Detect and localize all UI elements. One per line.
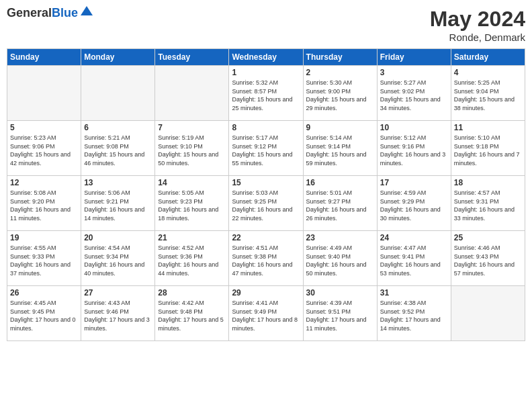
header-saturday: Saturday xyxy=(451,49,525,66)
calendar-day-cell: 26Sunrise: 4:45 AMSunset: 9:45 PMDayligh… xyxy=(7,286,81,341)
calendar-header-row: Sunday Monday Tuesday Wednesday Thursday… xyxy=(7,49,525,66)
day-number: 30 xyxy=(306,288,374,298)
calendar-day-cell: 15Sunrise: 5:03 AMSunset: 9:25 PMDayligh… xyxy=(229,176,303,231)
day-info: Sunrise: 5:05 AMSunset: 9:23 PMDaylight:… xyxy=(158,189,226,222)
header-monday: Monday xyxy=(81,49,155,66)
day-number: 9 xyxy=(306,123,374,132)
day-info: Sunrise: 5:19 AMSunset: 9:10 PMDaylight:… xyxy=(158,134,226,167)
calendar-day-cell xyxy=(155,66,229,121)
day-number: 21 xyxy=(158,233,226,242)
day-info: Sunrise: 5:17 AMSunset: 9:12 PMDaylight:… xyxy=(232,134,300,167)
day-number: 2 xyxy=(306,68,374,77)
day-number: 16 xyxy=(306,178,374,187)
day-info: Sunrise: 4:47 AMSunset: 9:41 PMDaylight:… xyxy=(380,244,448,277)
calendar-day-cell: 28Sunrise: 4:42 AMSunset: 9:48 PMDayligh… xyxy=(155,286,229,341)
calendar-body: 1Sunrise: 5:32 AMSunset: 8:57 PMDaylight… xyxy=(7,66,525,341)
logo-icon xyxy=(79,3,94,18)
day-number: 8 xyxy=(232,123,300,132)
day-info: Sunrise: 5:21 AMSunset: 9:08 PMDaylight:… xyxy=(84,134,152,167)
day-number: 6 xyxy=(84,123,152,132)
day-info: Sunrise: 4:51 AMSunset: 9:38 PMDaylight:… xyxy=(232,244,300,277)
calendar-day-cell: 17Sunrise: 4:59 AMSunset: 9:29 PMDayligh… xyxy=(377,176,451,231)
calendar-day-cell xyxy=(81,66,155,121)
day-number: 23 xyxy=(306,233,374,242)
calendar-day-cell: 21Sunrise: 4:52 AMSunset: 9:36 PMDayligh… xyxy=(155,231,229,286)
calendar-day-cell: 12Sunrise: 5:08 AMSunset: 9:20 PMDayligh… xyxy=(7,176,81,231)
day-number: 15 xyxy=(232,178,300,187)
day-info: Sunrise: 4:38 AMSunset: 9:52 PMDaylight:… xyxy=(380,299,448,332)
day-info: Sunrise: 4:55 AMSunset: 9:33 PMDaylight:… xyxy=(10,244,78,277)
day-info: Sunrise: 5:01 AMSunset: 9:27 PMDaylight:… xyxy=(306,189,374,222)
day-number: 12 xyxy=(10,178,78,187)
day-number: 5 xyxy=(10,123,78,132)
calendar-day-cell: 7Sunrise: 5:19 AMSunset: 9:10 PMDaylight… xyxy=(155,121,229,176)
day-info: Sunrise: 5:06 AMSunset: 9:21 PMDaylight:… xyxy=(84,189,152,222)
day-info: Sunrise: 4:57 AMSunset: 9:31 PMDaylight:… xyxy=(454,189,522,222)
day-number: 11 xyxy=(454,123,522,132)
header-tuesday: Tuesday xyxy=(155,49,229,66)
calendar-day-cell: 4Sunrise: 5:25 AMSunset: 9:04 PMDaylight… xyxy=(451,66,525,121)
calendar-day-cell: 27Sunrise: 4:43 AMSunset: 9:46 PMDayligh… xyxy=(81,286,155,341)
page-header: GeneralBlue May 2024 Ronde, Denmark xyxy=(7,7,525,43)
calendar-day-cell: 16Sunrise: 5:01 AMSunset: 9:27 PMDayligh… xyxy=(303,176,377,231)
day-number: 20 xyxy=(84,233,152,242)
day-info: Sunrise: 4:45 AMSunset: 9:45 PMDaylight:… xyxy=(10,299,78,332)
day-number: 29 xyxy=(232,288,300,298)
day-number: 19 xyxy=(10,233,78,242)
calendar-day-cell xyxy=(451,286,525,341)
calendar-table: Sunday Monday Tuesday Wednesday Thursday… xyxy=(7,48,525,341)
calendar-day-cell: 30Sunrise: 4:39 AMSunset: 9:51 PMDayligh… xyxy=(303,286,377,341)
header-sunday: Sunday xyxy=(7,49,81,66)
day-info: Sunrise: 4:54 AMSunset: 9:34 PMDaylight:… xyxy=(84,244,152,277)
calendar-day-cell: 20Sunrise: 4:54 AMSunset: 9:34 PMDayligh… xyxy=(81,231,155,286)
calendar-week-5: 26Sunrise: 4:45 AMSunset: 9:45 PMDayligh… xyxy=(7,286,525,341)
calendar-day-cell: 1Sunrise: 5:32 AMSunset: 8:57 PMDaylight… xyxy=(229,66,303,121)
header-wednesday: Wednesday xyxy=(229,49,303,66)
calendar-day-cell: 25Sunrise: 4:46 AMSunset: 9:43 PMDayligh… xyxy=(451,231,525,286)
day-number: 26 xyxy=(10,288,78,298)
calendar-day-cell: 10Sunrise: 5:12 AMSunset: 9:16 PMDayligh… xyxy=(377,121,451,176)
logo: GeneralBlue xyxy=(7,7,94,20)
day-number: 13 xyxy=(84,178,152,187)
header-friday: Friday xyxy=(377,49,451,66)
day-number: 1 xyxy=(232,68,300,77)
day-info: Sunrise: 5:08 AMSunset: 9:20 PMDaylight:… xyxy=(10,189,78,222)
day-info: Sunrise: 5:14 AMSunset: 9:14 PMDaylight:… xyxy=(306,134,374,167)
day-number: 7 xyxy=(158,123,226,132)
calendar-day-cell: 2Sunrise: 5:30 AMSunset: 9:00 PMDaylight… xyxy=(303,66,377,121)
day-info: Sunrise: 4:42 AMSunset: 9:48 PMDaylight:… xyxy=(158,299,226,332)
calendar-week-4: 19Sunrise: 4:55 AMSunset: 9:33 PMDayligh… xyxy=(7,231,525,286)
calendar-day-cell: 19Sunrise: 4:55 AMSunset: 9:33 PMDayligh… xyxy=(7,231,81,286)
day-info: Sunrise: 5:10 AMSunset: 9:18 PMDaylight:… xyxy=(454,134,522,167)
day-info: Sunrise: 5:30 AMSunset: 9:00 PMDaylight:… xyxy=(306,79,374,112)
day-info: Sunrise: 5:23 AMSunset: 9:06 PMDaylight:… xyxy=(10,134,78,167)
calendar-day-cell: 29Sunrise: 4:41 AMSunset: 9:49 PMDayligh… xyxy=(229,286,303,341)
day-info: Sunrise: 5:32 AMSunset: 8:57 PMDaylight:… xyxy=(232,79,300,112)
calendar-location: Ronde, Denmark xyxy=(430,32,525,43)
day-number: 14 xyxy=(158,178,226,187)
calendar-day-cell: 9Sunrise: 5:14 AMSunset: 9:14 PMDaylight… xyxy=(303,121,377,176)
day-number: 24 xyxy=(380,233,448,242)
calendar-day-cell: 24Sunrise: 4:47 AMSunset: 9:41 PMDayligh… xyxy=(377,231,451,286)
svg-marker-0 xyxy=(81,6,93,15)
day-info: Sunrise: 4:46 AMSunset: 9:43 PMDaylight:… xyxy=(454,244,522,277)
calendar-page: GeneralBlue May 2024 Ronde, Denmark Sund… xyxy=(0,0,532,411)
title-block: May 2024 Ronde, Denmark xyxy=(430,7,525,43)
calendar-day-cell: 3Sunrise: 5:27 AMSunset: 9:02 PMDaylight… xyxy=(377,66,451,121)
day-info: Sunrise: 4:59 AMSunset: 9:29 PMDaylight:… xyxy=(380,189,448,222)
day-number: 27 xyxy=(84,288,152,298)
header-thursday: Thursday xyxy=(303,49,377,66)
day-number: 18 xyxy=(454,178,522,187)
calendar-week-2: 5Sunrise: 5:23 AMSunset: 9:06 PMDaylight… xyxy=(7,121,525,176)
calendar-week-3: 12Sunrise: 5:08 AMSunset: 9:20 PMDayligh… xyxy=(7,176,525,231)
day-number: 3 xyxy=(380,68,448,77)
calendar-day-cell: 14Sunrise: 5:05 AMSunset: 9:23 PMDayligh… xyxy=(155,176,229,231)
day-info: Sunrise: 5:03 AMSunset: 9:25 PMDaylight:… xyxy=(232,189,300,222)
calendar-day-cell: 18Sunrise: 4:57 AMSunset: 9:31 PMDayligh… xyxy=(451,176,525,231)
day-info: Sunrise: 4:43 AMSunset: 9:46 PMDaylight:… xyxy=(84,299,152,332)
calendar-day-cell: 8Sunrise: 5:17 AMSunset: 9:12 PMDaylight… xyxy=(229,121,303,176)
calendar-day-cell: 11Sunrise: 5:10 AMSunset: 9:18 PMDayligh… xyxy=(451,121,525,176)
day-number: 25 xyxy=(454,233,522,242)
calendar-day-cell: 22Sunrise: 4:51 AMSunset: 9:38 PMDayligh… xyxy=(229,231,303,286)
day-number: 10 xyxy=(380,123,448,132)
